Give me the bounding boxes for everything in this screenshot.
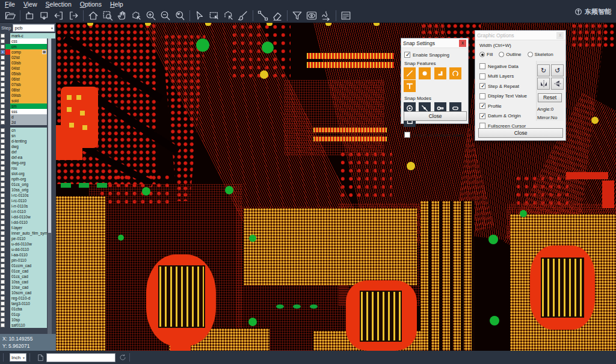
layer-row[interactable]: cm	[0, 44, 56, 49]
rotate-cw-icon[interactable]: ↻	[537, 64, 550, 76]
layer-visibility-checkbox[interactable]	[1, 226, 5, 230]
rect-select-icon[interactable]	[207, 9, 221, 22]
layer-visibility-checkbox[interactable]	[1, 312, 5, 316]
layer-row[interactable]: i-rr-0110s	[0, 203, 56, 209]
layer-visibility-checkbox[interactable]	[1, 155, 5, 159]
layer-visibility-checkbox[interactable]	[1, 88, 5, 92]
new-page-icon[interactable]	[37, 354, 45, 362]
radio-outline[interactable]: Outline	[499, 52, 521, 57]
layer-row[interactable]: 05lsb	[0, 71, 56, 76]
rotate-ccw-icon[interactable]: ↺	[551, 64, 564, 76]
layer-visibility-checkbox[interactable]	[1, 236, 5, 241]
layer-visibility-checkbox[interactable]	[1, 193, 5, 197]
layer-row[interactable]: 07lsb	[0, 82, 56, 87]
negative-data-row[interactable]: Negative Data	[479, 63, 527, 69]
layer-row[interactable]: targ3-0110	[0, 301, 56, 306]
layer-row[interactable]: 04lst	[0, 66, 56, 71]
layer-visibility-checkbox[interactable]	[1, 93, 5, 97]
layer-visibility-checkbox[interactable]	[1, 247, 5, 251]
layer-visibility-checkbox[interactable]	[1, 82, 5, 87]
layer-row[interactable]: 2d	[0, 120, 56, 125]
datum-origin-row[interactable]: Datum & Origin	[479, 113, 527, 119]
layer-row[interactable]: 01cba	[0, 306, 56, 312]
zoom-previous-icon[interactable]	[173, 9, 187, 22]
layer-row[interactable]: 10scm_cad	[0, 290, 56, 295]
close-icon[interactable]	[556, 32, 564, 39]
layer-row[interactable]: mark-c	[0, 33, 56, 39]
menu-help[interactable]: Help	[110, 1, 123, 8]
layer-visibility-checkbox[interactable]	[1, 258, 5, 262]
snap-pad-icon[interactable]	[419, 67, 431, 79]
layer-visibility-checkbox[interactable]	[1, 182, 5, 187]
layer-row[interactable]: 10se_cad	[0, 285, 56, 290]
polygon-select-icon[interactable]	[221, 9, 236, 22]
layer-visibility-checkbox[interactable]	[1, 45, 5, 49]
layer-row[interactable]: 01ccm_cad	[0, 263, 56, 268]
filter-icon[interactable]	[290, 9, 304, 22]
close-icon[interactable]	[459, 40, 466, 47]
layer-row[interactable]: sm	[0, 103, 56, 109]
command-input[interactable]	[46, 353, 116, 362]
eraser-icon[interactable]	[270, 9, 285, 22]
layer-row[interactable]: 08lst	[0, 87, 56, 93]
next-step-icon[interactable]	[66, 9, 81, 22]
layer-visibility-checkbox[interactable]	[1, 55, 5, 60]
layer-row[interactable]: dwg-org	[0, 160, 56, 165]
layer-visibility-checkbox[interactable]	[1, 161, 5, 165]
snap-surface-icon[interactable]	[434, 67, 446, 79]
layer-visibility-checkbox[interactable]	[1, 144, 5, 149]
menu-selection[interactable]: Selection	[46, 1, 72, 8]
mirror-horizontal-icon[interactable]	[537, 78, 550, 90]
layer-visibility-checkbox[interactable]	[1, 171, 5, 176]
layer-row[interactable]: reg-0110-d	[0, 295, 56, 301]
layer-visibility-checkbox[interactable]	[1, 274, 5, 279]
layer-visibility-checkbox[interactable]	[1, 128, 5, 132]
layer-row[interactable]: saf0110	[0, 322, 56, 328]
radio-skeleton[interactable]: Skeleton	[528, 52, 553, 57]
import-icon[interactable]	[23, 9, 37, 22]
snap-line-icon[interactable]	[404, 67, 416, 79]
layer-row[interactable]: i-dd-0110	[0, 220, 56, 225]
export-icon[interactable]	[37, 9, 52, 22]
layer-visibility-checkbox[interactable]	[1, 318, 5, 322]
pan-hand-icon[interactable]	[115, 9, 129, 22]
layer-visibility-checkbox[interactable]	[1, 231, 5, 235]
layer-row[interactable]: 03lsb	[0, 60, 56, 66]
layer-visibility-checkbox[interactable]	[1, 39, 5, 43]
layer-row[interactable]: 09lsb	[0, 93, 56, 98]
layer-visibility-checkbox[interactable]	[1, 301, 5, 306]
refresh-icon[interactable]	[119, 354, 126, 361]
layer-row[interactable]: dwg	[0, 144, 56, 149]
layer-visibility-checkbox[interactable]	[1, 150, 5, 154]
measure-line-icon[interactable]	[256, 9, 270, 22]
menu-view[interactable]: View	[23, 1, 37, 8]
layer-row[interactable]: pin-0110	[0, 258, 56, 263]
profile-row[interactable]: Profile	[479, 103, 527, 109]
layer-visibility-checkbox[interactable]	[1, 120, 5, 125]
layer-row[interactable]: 01cs_orig	[0, 182, 56, 187]
layer-row[interactable]: 01ce_cad	[0, 268, 56, 274]
layer-row[interactable]: 06lst	[0, 76, 56, 82]
layer-row[interactable]: d-tenting	[0, 138, 56, 144]
layer-row[interactable]: slot-org	[0, 171, 56, 176]
layer-visibility-checkbox[interactable]	[1, 296, 5, 300]
layer-visibility-checkbox[interactable]	[1, 104, 5, 108]
layer-visibility-checkbox[interactable]	[1, 177, 5, 181]
layer-row[interactable]: i-aa-0110	[0, 252, 56, 258]
graphic-dialog-titlebar[interactable]: Graphic Options	[475, 31, 565, 40]
paint-brush-icon[interactable]	[236, 9, 250, 22]
layer-row[interactable]: cn	[0, 128, 56, 133]
snap-close-button[interactable]: Close	[404, 111, 467, 121]
view-eye-icon[interactable]	[304, 9, 319, 22]
step-repeat-row[interactable]: Step & Repeat	[479, 83, 527, 89]
home-icon[interactable]	[86, 9, 100, 22]
display-text-value-row[interactable]: Display Text Value	[479, 93, 527, 99]
layer-row[interactable]: 10ss_orig	[0, 187, 56, 193]
layer-visibility-checkbox[interactable]	[1, 66, 5, 70]
layer-row[interactable]: sold	[0, 98, 56, 103]
layer-visibility-checkbox[interactable]	[1, 199, 5, 203]
zoom-out-icon[interactable]	[158, 9, 173, 22]
layer-visibility-checkbox[interactable]	[1, 242, 5, 246]
reset-button[interactable]: Reset	[538, 93, 562, 102]
radio-fill[interactable]: Fill	[479, 52, 493, 57]
